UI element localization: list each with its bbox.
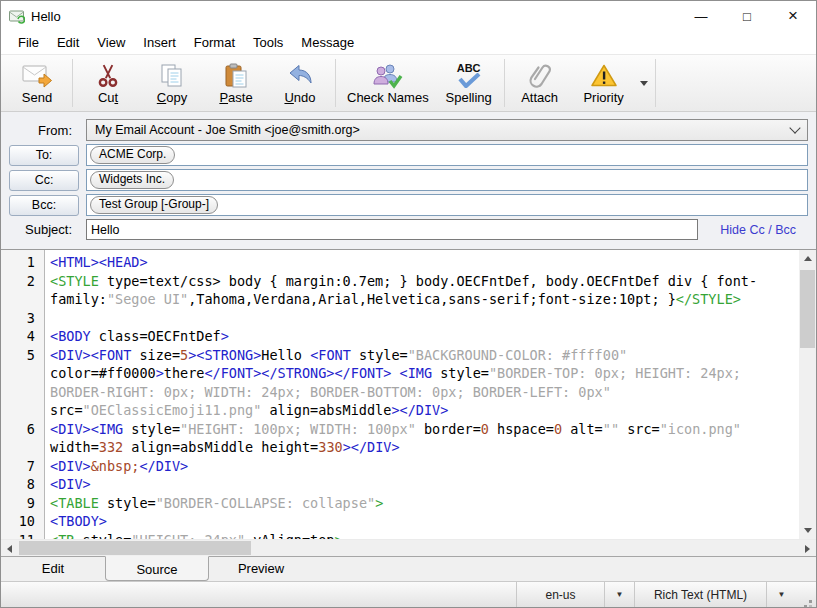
maximize-icon[interactable]: □ bbox=[724, 1, 770, 31]
paste-label: Paste bbox=[219, 90, 252, 105]
clipboard-icon bbox=[223, 62, 249, 90]
code-line-text: <TABLE style="BORDER-COLLAPSE: collapse"… bbox=[45, 494, 799, 513]
titlebar: Hello — □ × bbox=[1, 1, 816, 31]
paste-button[interactable]: Paste bbox=[204, 57, 268, 109]
code-line: 4<BODY class=OECFntDef> bbox=[1, 327, 799, 346]
toolbar-separator bbox=[504, 59, 505, 107]
copy-button[interactable]: Copy bbox=[140, 57, 204, 109]
chevron-down-icon bbox=[640, 81, 648, 86]
code-line-text: <DIV><IMG style="HEIGHT: 100px; WIDTH: 1… bbox=[45, 420, 799, 457]
priority-label: Priority bbox=[583, 90, 623, 105]
from-account-select[interactable]: My Email Account - Joe Smith <joe@smith.… bbox=[86, 119, 808, 141]
minimize-icon[interactable]: — bbox=[678, 1, 724, 31]
menubar: File Edit View Insert Format Tools Messa… bbox=[1, 31, 816, 54]
language-dropdown-button[interactable]: ▼ bbox=[604, 582, 634, 607]
to-field[interactable]: ACME Corp. bbox=[86, 144, 808, 166]
scroll-up-button[interactable] bbox=[799, 250, 816, 267]
vertical-scrollbar[interactable] bbox=[799, 250, 816, 539]
line-number: 3 bbox=[1, 309, 45, 328]
undo-button[interactable]: Undo bbox=[268, 57, 332, 109]
menu-message[interactable]: Message bbox=[292, 33, 363, 52]
check-names-button[interactable]: Check Names bbox=[339, 57, 437, 109]
code-line-text: <DIV> bbox=[45, 475, 799, 494]
scroll-left-button[interactable] bbox=[1, 540, 18, 556]
close-icon[interactable]: × bbox=[770, 1, 816, 31]
spelling-button[interactable]: ABC Spelling bbox=[437, 57, 501, 109]
menu-edit[interactable]: Edit bbox=[48, 33, 88, 52]
recipient-chip[interactable]: Widgets Inc. bbox=[90, 171, 174, 189]
spelling-label: Spelling bbox=[446, 90, 492, 105]
undo-arrow-icon bbox=[286, 62, 314, 90]
resize-grip[interactable] bbox=[796, 582, 816, 607]
priority-dropdown-button[interactable] bbox=[636, 57, 652, 109]
from-row: From: My Email Account - Joe Smith <joe@… bbox=[9, 119, 808, 141]
statusbar: en-us ▼ Rich Text (HTML) ▼ bbox=[1, 581, 816, 607]
tab-preview[interactable]: Preview bbox=[209, 557, 313, 581]
code-line: 2<STYLE type=text/css> body { margin:0.7… bbox=[1, 272, 799, 309]
scroll-right-button[interactable] bbox=[799, 540, 816, 556]
menu-view[interactable]: View bbox=[88, 33, 134, 52]
code-line-text: <TR style="HEIGHT: 24px" vAlign=top> bbox=[45, 531, 799, 540]
to-row: To: ACME Corp. bbox=[9, 144, 808, 166]
line-number: 8 bbox=[1, 475, 45, 494]
triangle-up-icon bbox=[804, 256, 812, 261]
bcc-field[interactable]: Test Group [-Group-] bbox=[86, 194, 808, 216]
send-button[interactable]: Send bbox=[5, 57, 69, 109]
horizontal-scrollbar[interactable] bbox=[1, 539, 816, 556]
app-icon bbox=[9, 8, 25, 24]
line-number: 4 bbox=[1, 327, 45, 346]
bcc-row: Bcc: Test Group [-Group-] bbox=[9, 194, 808, 216]
code-line-text: <DIV><FONT size=5><STRONG>Hello <FONT st… bbox=[45, 346, 799, 420]
recipient-chip[interactable]: ACME Corp. bbox=[90, 146, 175, 164]
scissors-icon bbox=[95, 62, 121, 90]
subject-input[interactable] bbox=[86, 219, 698, 240]
menu-tools[interactable]: Tools bbox=[244, 33, 292, 52]
caption-buttons: — □ × bbox=[678, 1, 816, 31]
from-account-value: My Email Account - Joe Smith <joe@smith.… bbox=[95, 123, 360, 137]
code-line: 8<DIV> bbox=[1, 475, 799, 494]
check-names-label: Check Names bbox=[347, 90, 429, 105]
people-check-icon bbox=[372, 62, 404, 90]
hide-cc-bcc-link[interactable]: Hide Cc / Bcc bbox=[720, 223, 796, 237]
line-number: 6 bbox=[1, 420, 45, 457]
tab-source[interactable]: Source bbox=[105, 556, 209, 581]
toolbar: Send Cut Copy bbox=[1, 54, 816, 112]
attach-button[interactable]: Attach bbox=[508, 57, 572, 109]
source-editor: 1<HTML><HEAD>2<STYLE type=text/css> body… bbox=[1, 249, 816, 556]
to-button[interactable]: To: bbox=[9, 145, 79, 166]
bcc-button[interactable]: Bcc: bbox=[9, 195, 79, 216]
vertical-scroll-thumb[interactable] bbox=[800, 270, 815, 348]
undo-label: Undo bbox=[284, 90, 315, 105]
paperclip-icon bbox=[527, 62, 553, 90]
format-indicator[interactable]: Rich Text (HTML) bbox=[634, 582, 766, 607]
cc-button[interactable]: Cc: bbox=[9, 170, 79, 191]
language-indicator[interactable]: en-us bbox=[516, 582, 604, 607]
window-title: Hello bbox=[31, 9, 61, 24]
format-dropdown-button[interactable]: ▼ bbox=[766, 582, 796, 607]
menu-insert[interactable]: Insert bbox=[134, 33, 185, 52]
toolbar-separator bbox=[655, 59, 656, 107]
view-tabs: Edit Source Preview bbox=[1, 556, 816, 581]
cut-button[interactable]: Cut bbox=[76, 57, 140, 109]
menu-file[interactable]: File bbox=[9, 33, 48, 52]
code-line-text: <TBODY> bbox=[45, 512, 799, 531]
tab-edit[interactable]: Edit bbox=[1, 557, 105, 581]
attach-label: Attach bbox=[521, 90, 558, 105]
horizontal-scroll-thumb[interactable] bbox=[19, 541, 251, 555]
code-line-text: <DIV>&nbsp;</DIV> bbox=[45, 457, 799, 476]
menu-format[interactable]: Format bbox=[185, 33, 244, 52]
code-viewport[interactable]: 1<HTML><HEAD>2<STYLE type=text/css> body… bbox=[1, 250, 799, 539]
priority-button[interactable]: Priority bbox=[572, 57, 636, 109]
cut-label: Cut bbox=[98, 90, 118, 105]
recipient-chip[interactable]: Test Group [-Group-] bbox=[90, 196, 218, 214]
line-number: 10 bbox=[1, 512, 45, 531]
triangle-down-icon bbox=[804, 528, 812, 533]
line-number: 5 bbox=[1, 346, 45, 420]
code-line: 3 bbox=[1, 309, 799, 328]
code-line: 11<TR style="HEIGHT: 24px" vAlign=top> bbox=[1, 531, 799, 540]
dropdown-triangle-icon: ▼ bbox=[616, 590, 624, 599]
scroll-down-button[interactable] bbox=[799, 522, 816, 539]
cc-field[interactable]: Widgets Inc. bbox=[86, 169, 808, 191]
send-label: Send bbox=[22, 90, 52, 105]
copy-pages-icon bbox=[159, 62, 185, 90]
